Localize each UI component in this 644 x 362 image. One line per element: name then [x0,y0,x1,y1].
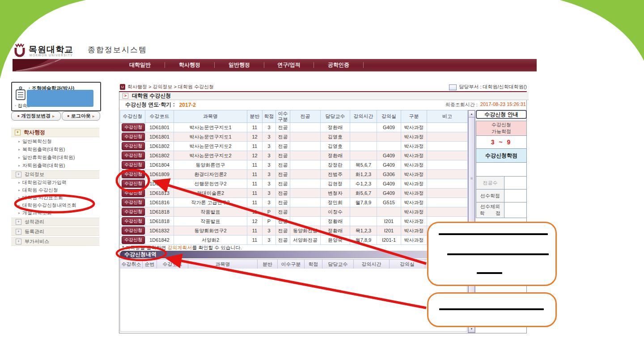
course-name-link[interactable]: 박사논문연구지도2 [174,151,247,160]
course-program: 박사과정 [401,179,427,189]
course-code: 1D61813 [145,189,174,198]
logout-button[interactable]: ■ 로그아웃 ▸ [62,111,100,121]
register-button[interactable]: 수강신청 [122,227,145,235]
sidebar-item-lecture-eval[interactable]: ▸대학원강의평가입력 [11,179,106,186]
course-name-link[interactable]: 동양화론연구 [174,160,247,170]
course-section: 12 [247,132,263,142]
course-name-link[interactable]: 박사논문연구지도1 [174,123,247,132]
course-name-link[interactable]: 선행문헌연구2 [174,179,247,189]
plus-box-icon: + [16,239,21,244]
column-header: 구분 [401,110,427,123]
sidebar-root-label: 학사행정 [24,129,45,136]
stat-label: 선수학점 [476,189,504,202]
column-header: 이수구분 [278,260,305,269]
course-code: 1D61809 [145,170,174,179]
stat-label: 선수제외 학 점 [476,202,504,218]
register-button[interactable]: 수강신청 [122,217,145,225]
register-button[interactable]: 수강신청 [122,180,145,188]
system-title: 종합정보시스템 [88,45,147,55]
course-name-link[interactable]: 동양회화연구2 [174,226,247,236]
nav-item-general[interactable]: 대학일반 [115,61,165,69]
column-header: 과목명 [174,110,247,123]
course-code: 1D61802 [145,142,174,151]
course-name-link[interactable]: 작품발표 [174,217,247,226]
course-time: 월7,8,9 [350,236,377,245]
sidebar-item-reinstatement-print[interactable]: ▸복학원출력(대학원) [11,146,106,153]
course-type: 전공 [276,170,290,179]
course-major: 동양화전공 [290,226,321,236]
course-name-link[interactable]: 작품발표 [174,207,247,217]
register-button[interactable]: 수강신청 [122,133,145,141]
register-button[interactable]: 수강신청 [122,189,145,197]
course-credit: 3 [263,132,276,142]
menu-bullet-icon: ▸ [18,181,20,185]
course-section: 11 [247,160,263,170]
course-name-link[interactable]: 박사논문연구지도2 [174,142,247,151]
course-time: 목1,2,3 [350,226,377,236]
nav-item-engineering[interactable]: 공학인증 [314,61,363,69]
course-major [290,160,321,170]
stat-value [504,177,526,189]
course-name-link[interactable]: 서양화2 [174,236,247,245]
course-name-link[interactable]: 작가론 고급연구2 [174,198,247,207]
register-button[interactable]: 수강신청 [122,142,145,150]
course-major [290,142,321,151]
scroll-grip-icon: ≡ [470,176,473,181]
menu-bullet-icon: ▸ [18,203,20,207]
course-room: G515 [377,198,401,207]
course-type: 전공 [276,151,290,160]
sidebar-item-leave-print[interactable]: ▸일반휴학원출력(대학원) [11,154,106,161]
sidebar-section-extra-services[interactable]: +부가서비스 [11,237,99,246]
register-button[interactable]: 수강신청 [122,236,145,244]
change-info-button[interactable]: ■ 개인정보변경 ▸ [11,111,61,121]
register-button[interactable]: 수강신청 [122,161,145,169]
course-major [290,123,321,132]
sidebar-item-reinstatement[interactable]: ▸일반복학신청 [11,138,106,145]
course-note [427,151,468,160]
sidebar-item-grad-registration[interactable]: ▸대학원 수강신청 [11,187,106,194]
column-header: 학점 [263,110,276,123]
course-professor: 정환래 [321,123,350,132]
sidebar-section-lecture-info[interactable]: +강의정보 [11,170,99,179]
scrollbar-thumb[interactable]: ≡ [468,117,475,240]
course-code: 1D61801 [145,123,174,132]
sidebar-item-withdrawal-print[interactable]: ▸자퇴원출력(대학원) [11,162,106,169]
sidebar-item-label: 일반휴학원출력(대학원) [22,154,75,161]
register-button[interactable]: 수강신청 [122,208,145,216]
nav-item-admin[interactable]: 일반행정 [215,61,264,69]
nav-item-research[interactable]: 연구/업적 [264,61,314,69]
course-note [427,160,468,170]
course-name-link[interactable]: 환경디자인론2 [174,170,247,179]
course-type: 전공 [276,189,290,198]
nav-item-academic[interactable]: 학사행정 [165,61,214,69]
register-button[interactable]: 수강신청 [122,123,145,131]
register-button[interactable]: 수강신청 [122,170,145,178]
course-note [427,207,468,217]
course-name-link[interactable]: 박사논문연구지도1 [174,132,247,142]
sidebar-item-academic-root[interactable]: + 학사행정 [11,128,99,137]
course-row: 수강신청 1D61811 선행문헌연구2 11 3 전공 김현정 수1,2,3 … [120,179,468,189]
sidebar-section-grades[interactable]: +성적관리 [11,218,99,226]
course-program: 박사과정 [401,151,427,160]
course-type: 전공 [276,236,290,245]
redaction-line [477,272,502,274]
stat-value [504,202,526,218]
sidebar-item-timetable[interactable]: ▸대학원 시간표조회 [11,194,106,201]
last-view-label: 최종조회시간 : [445,101,478,108]
course-code: 1D61832 [145,226,174,236]
stat-row-major-count: 전공수 [476,177,526,189]
course-note [427,123,468,132]
register-button[interactable]: 수강신청 [122,152,145,160]
column-header: 강의시간 [354,260,390,269]
course-name-link[interactable]: 현대미술론2 [174,189,247,198]
sidebar-item-registration-history[interactable]: ▸대학원수강신청내역조회 [11,202,106,209]
course-row: 수강신청 1D61804 동양화론연구 11 3 전공 장정란 목5,6,7 G… [120,160,468,170]
sidebar-item-offered-courses[interactable]: ▸개설과목조회 [11,210,106,216]
course-time [350,217,377,226]
university-emblem-icon [13,43,26,58]
register-button[interactable]: 수강신청 [122,198,145,206]
sidebar-section-tuition[interactable]: +등록관리 [11,227,99,236]
guide-button[interactable]: 수강신청 안내 [476,110,527,119]
scrollbar-up-button[interactable]: ▲ [468,110,475,118]
course-credit: P [263,217,276,226]
